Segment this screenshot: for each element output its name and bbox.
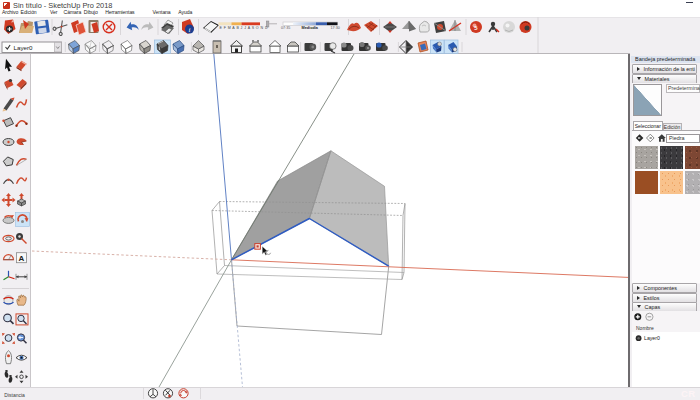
svg-text:E F M A B J J A S O N D: E F M A B J J A S O N D: [220, 26, 268, 30]
svg-text:07:35: 07:35: [281, 26, 290, 30]
svg-text:A: A: [19, 254, 25, 263]
svg-text:i: i: [189, 26, 191, 34]
svg-text:Mediodía: Mediodía: [302, 26, 319, 30]
svg-text:Layer0: Layer0: [14, 44, 33, 51]
svg-text:17:30: 17:30: [331, 26, 340, 30]
